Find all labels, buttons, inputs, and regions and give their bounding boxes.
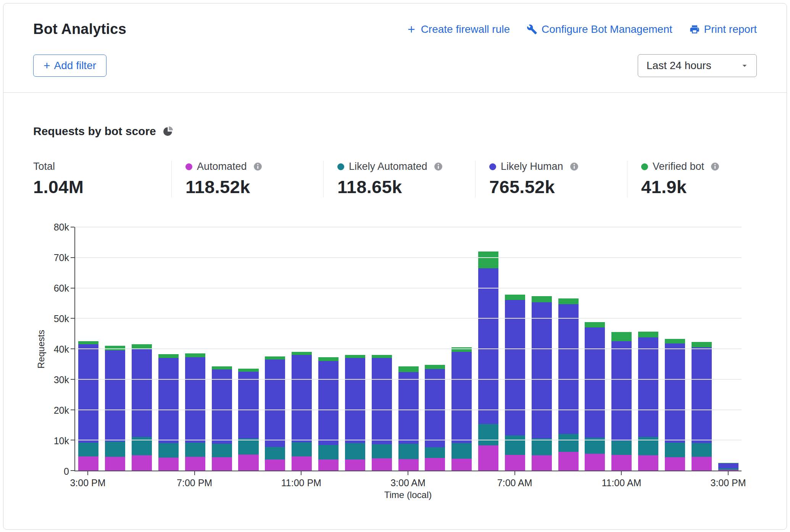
segment-likely-automated (105, 442, 125, 457)
segment-likely-automated (398, 444, 419, 459)
segment-likely-automated (265, 447, 285, 459)
info-icon[interactable] (569, 162, 579, 171)
segment-likely-automated (212, 444, 232, 457)
segment-automated (451, 459, 472, 471)
info-icon[interactable] (710, 162, 720, 171)
segment-likely-human (292, 355, 312, 442)
segment-likely-human (238, 372, 258, 438)
print-report-link[interactable]: Print report (689, 23, 757, 35)
y-tick-label: 10k (54, 435, 69, 447)
stat-likely-automated-value: 118.65k (337, 176, 475, 197)
y-tick-label: 0 (64, 466, 69, 477)
content: Requests by bot score Total 1.04M Automa… (3, 93, 787, 500)
segment-likely-automated (425, 447, 445, 458)
gridline (75, 348, 742, 349)
segment-likely-automated (451, 443, 472, 459)
x-tick-mark (87, 471, 88, 475)
stat-total-value: 1.04M (33, 176, 171, 197)
segment-likely-human (692, 347, 712, 443)
segment-automated (345, 459, 365, 471)
likely-human-dot-icon (489, 163, 496, 170)
stat-likely-human-label: Likely Human (501, 161, 563, 172)
info-icon[interactable] (253, 162, 263, 171)
segment-verified-bot (372, 355, 392, 358)
plot-area (74, 227, 742, 471)
segment-likely-human (425, 369, 445, 448)
gridline (75, 288, 742, 289)
segment-likely-automated (532, 438, 552, 455)
add-filter-button[interactable]: + Add filter (33, 55, 106, 77)
segment-likely-human (185, 357, 205, 442)
segment-verified-bot (265, 356, 285, 360)
print-report-label: Print report (704, 23, 757, 35)
segment-likely-automated (318, 445, 339, 459)
segment-automated (318, 459, 339, 471)
requests-by-bot-score-chart: Requests 010k20k30k40k50k60k70k80k 3:00 … (33, 227, 787, 500)
segment-automated (238, 455, 258, 471)
segment-likely-automated (558, 434, 579, 451)
segment-automated (212, 457, 232, 471)
segment-likely-human (158, 358, 179, 443)
segment-likely-automated (665, 443, 685, 457)
segment-verified-bot (78, 341, 98, 344)
segment-verified-bot (345, 355, 365, 358)
segment-likely-automated (292, 442, 312, 456)
stats-row: Total 1.04M Automated 118.52k Likely Aut… (33, 161, 787, 197)
segment-automated (105, 457, 125, 471)
segment-likely-human (451, 352, 472, 443)
segment-automated (585, 454, 605, 471)
segment-likely-human (345, 358, 365, 443)
segment-automated (372, 458, 392, 471)
configure-bot-management-link[interactable]: Configure Bot Management (527, 23, 672, 35)
segment-verified-bot (505, 295, 525, 300)
segment-automated (638, 455, 658, 471)
gridline (75, 318, 742, 319)
y-tick-mark (71, 409, 74, 410)
segment-likely-automated (78, 443, 98, 456)
segment-likely-automated (692, 443, 712, 457)
gridline (75, 409, 742, 410)
segment-automated (532, 455, 552, 471)
segment-automated (505, 455, 525, 471)
y-axis-title: Requests (33, 227, 49, 471)
x-tick-label: 11:00 AM (601, 477, 641, 488)
segment-likely-human (372, 358, 392, 444)
segment-verified-bot (398, 366, 419, 372)
y-axis: 010k20k30k40k50k60k70k80k (49, 227, 74, 471)
segment-likely-human (105, 350, 125, 442)
segment-likely-automated (505, 435, 525, 455)
stat-automated-label: Automated (197, 161, 247, 172)
segment-likely-automated (372, 444, 392, 458)
segment-verified-bot (158, 354, 179, 358)
segment-likely-human (212, 369, 232, 444)
stat-likely-human-value: 765.52k (489, 176, 627, 197)
stat-verified-bot-label: Verified bot (653, 161, 704, 172)
segment-likely-human (505, 300, 525, 435)
segment-verified-bot (451, 347, 472, 352)
x-tick-label: 7:00 PM (177, 477, 212, 488)
plus-icon: + (44, 60, 50, 71)
header-actions: Create firewall rule Configure Bot Manag… (406, 23, 757, 35)
segment-automated (558, 452, 579, 471)
stat-total-label: Total (33, 161, 55, 172)
wrench-icon (527, 24, 537, 35)
stat-likely-human: Likely Human 765.52k (475, 161, 627, 197)
header: Bot Analytics Create firewall rule Confi… (3, 3, 787, 92)
likely-automated-dot-icon (337, 163, 344, 170)
printer-icon (689, 24, 700, 35)
segment-likely-human (665, 343, 685, 442)
y-tick-mark (71, 227, 74, 227)
bot-analytics-panel: Bot Analytics Create firewall rule Confi… (3, 3, 787, 530)
time-range-select[interactable]: Last 24 hours (638, 54, 757, 77)
create-firewall-rule-link[interactable]: Create firewall rule (406, 23, 510, 35)
segment-likely-automated (478, 424, 498, 445)
segment-likely-human (638, 337, 658, 437)
y-tick-mark (71, 257, 74, 258)
info-icon[interactable] (434, 162, 443, 171)
pie-chart-icon (162, 126, 174, 137)
stat-likely-automated: Likely Automated 118.65k (323, 161, 475, 197)
gridline (75, 257, 742, 258)
y-tick-label: 60k (54, 283, 69, 294)
automated-dot-icon (185, 163, 192, 170)
segment-verified-bot (185, 353, 205, 357)
